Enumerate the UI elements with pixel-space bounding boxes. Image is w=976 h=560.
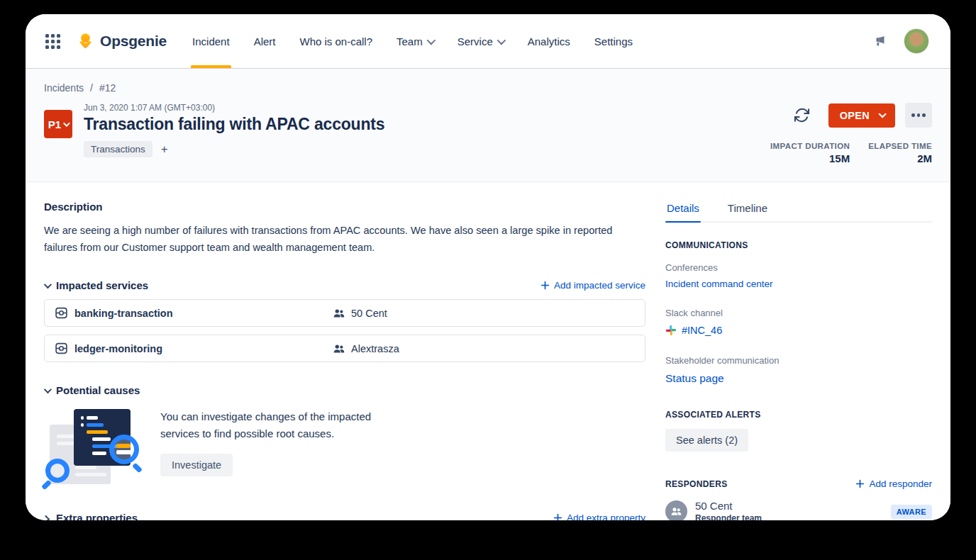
plus-icon <box>553 513 562 520</box>
nav-item-team[interactable]: Team <box>396 14 433 68</box>
tag-transactions[interactable]: Transactions <box>84 141 152 157</box>
opsgenie-pin-icon <box>76 32 95 51</box>
nav-item-alert[interactable]: Alert <box>254 14 276 68</box>
chevron-right-icon <box>42 515 50 520</box>
impacted-services-toggle[interactable]: Impacted services <box>44 279 148 291</box>
incident-title: Transaction failing with APAC accounts <box>84 115 384 134</box>
investigate-illustration <box>44 405 142 488</box>
priority-badge[interactable]: P1 <box>44 110 72 138</box>
incident-header: Incidents / #12 P1 Jun 3, 2020 1:07 AM (… <box>26 68 950 182</box>
communications-heading: COMMUNICATIONS <box>665 240 932 250</box>
responder-team-icon <box>665 500 687 520</box>
elapsed-time-metric: ELAPSED TIME 2M <box>868 142 932 164</box>
impact-duration-metric: IMPACT DURATION 15M <box>770 142 850 164</box>
associated-alerts-heading: ASSOCIATED ALERTS <box>665 410 932 420</box>
impacted-services-heading: Impacted services <box>56 279 148 291</box>
slack-channel-link[interactable]: #INC_46 <box>682 325 722 336</box>
chevron-down-icon <box>44 280 52 288</box>
app-switcher-icon[interactable] <box>45 34 60 49</box>
tab-timeline[interactable]: Timeline <box>726 201 769 221</box>
plus-icon <box>855 479 865 488</box>
user-avatar[interactable] <box>904 28 929 54</box>
top-navigation-bar: Opsgenie Incident Alert Who is on-call? … <box>26 14 950 68</box>
service-owner: 50 Cent <box>351 308 387 319</box>
nav-item-service[interactable]: Service <box>458 14 504 68</box>
details-side-panel: Details Timeline COMMUNICATIONS Conferen… <box>665 201 932 520</box>
tab-details[interactable]: Details <box>665 201 701 221</box>
potential-causes-body: You can investigate changes of the impac… <box>160 408 394 442</box>
nav-item-incident[interactable]: Incident <box>192 14 230 68</box>
add-responder-link[interactable]: Add responder <box>855 478 932 489</box>
responder-type: Responder team <box>695 513 762 520</box>
responder-row[interactable]: 50 Cent Responder team AWARE <box>665 500 932 520</box>
chevron-down-icon <box>497 35 506 45</box>
status-badge: AWARE <box>891 505 932 519</box>
slack-channel-label: Slack channel <box>665 308 932 318</box>
status-page-link[interactable]: Status page <box>665 372 932 385</box>
magnifier-icon <box>109 435 139 464</box>
chevron-down-icon <box>878 110 886 118</box>
conference-link[interactable]: Incident command center <box>665 279 932 289</box>
extra-properties-heading: Extra properties <box>56 512 138 520</box>
chevron-down-icon <box>426 35 436 45</box>
impacted-service-row[interactable]: banking-transaction 50 Cent <box>44 299 645 327</box>
breadcrumb-separator: / <box>90 82 93 94</box>
responders-heading: RESPONDERS <box>665 479 728 489</box>
nav-item-who-is-on-call[interactable]: Who is on-call? <box>299 14 372 68</box>
service-icon <box>55 342 68 355</box>
extra-properties-toggle[interactable]: Extra properties <box>44 512 138 520</box>
chevron-down-icon <box>44 385 52 393</box>
potential-causes-toggle[interactable]: Potential causes <box>44 384 140 396</box>
app-window: Opsgenie Incident Alert Who is on-call? … <box>26 14 950 520</box>
details-tabs: Details Timeline <box>665 201 932 223</box>
add-impacted-service-link[interactable]: Add impacted service <box>540 280 645 291</box>
chevron-down-icon <box>63 120 70 127</box>
magnifier-icon <box>45 459 70 483</box>
nav-item-analytics[interactable]: Analytics <box>528 14 570 68</box>
logo-wordmark: Opsgenie <box>100 33 167 50</box>
impacted-service-row[interactable]: ledger-monitoring Alextrasza <box>44 335 645 362</box>
service-icon <box>55 306 68 320</box>
team-icon <box>333 342 345 355</box>
potential-causes-heading: Potential causes <box>56 384 140 396</box>
investigate-button[interactable]: Investigate <box>160 454 233 476</box>
slack-icon <box>665 325 677 336</box>
stakeholder-label: Stakeholder communication <box>665 355 932 366</box>
conferences-label: Conferences <box>665 262 932 273</box>
breadcrumb: Incidents / #12 <box>44 82 932 94</box>
team-icon <box>333 307 345 320</box>
incident-timestamp: Jun 3, 2020 1:07 AM (GMT+03:00) <box>84 103 384 113</box>
incident-detail-main: Description We are seeing a high number … <box>44 201 645 520</box>
refresh-icon[interactable] <box>794 107 810 123</box>
service-name: banking-transaction <box>74 308 173 319</box>
description-heading: Description <box>44 201 645 213</box>
nav-item-settings[interactable]: Settings <box>594 14 633 68</box>
see-alerts-button[interactable]: See alerts (2) <box>665 429 748 452</box>
responder-name: 50 Cent <box>695 500 762 512</box>
breadcrumb-current: #12 <box>99 82 116 94</box>
breadcrumb-incidents-link[interactable]: Incidents <box>44 82 84 94</box>
nav-menu: Incident Alert Who is on-call? Team Serv… <box>192 14 633 68</box>
announcements-icon[interactable] <box>872 33 888 49</box>
opsgenie-logo[interactable]: Opsgenie <box>76 32 167 51</box>
description-body: We are seeing a high number of failures … <box>44 222 643 256</box>
service-name: ledger-monitoring <box>74 343 162 354</box>
plus-icon <box>540 281 550 290</box>
status-open-button[interactable]: OPEN <box>828 103 895 128</box>
more-actions-button[interactable] <box>905 103 932 128</box>
service-owner: Alextrasza <box>351 343 399 354</box>
add-tag-button[interactable]: + <box>161 142 168 157</box>
add-extra-property-link[interactable]: Add extra property <box>553 513 645 520</box>
